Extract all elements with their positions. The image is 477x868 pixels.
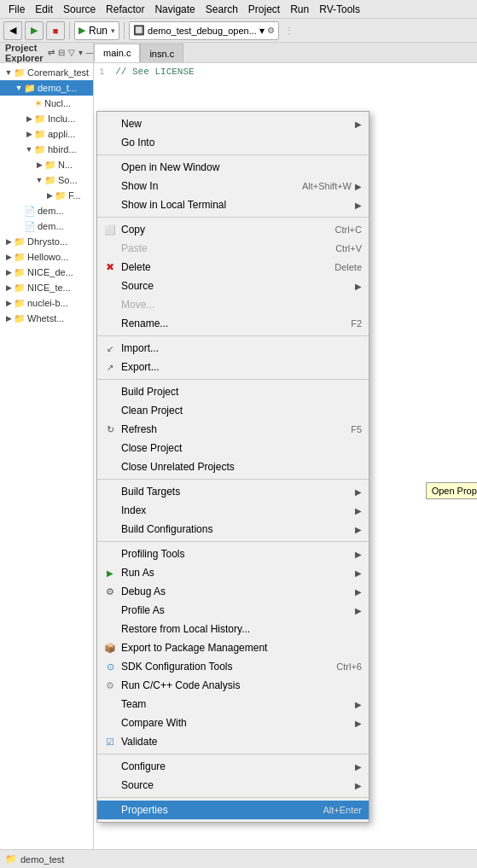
- ctx-build-configs[interactable]: Build Configurations ▶: [97, 520, 369, 539]
- ctx-build-configs-label: Build Configurations: [121, 523, 352, 535]
- ctx-new-label: New: [121, 118, 352, 130]
- ctx-clean-project[interactable]: Clean Project: [97, 401, 369, 420]
- debug-as-icon: ⚙: [102, 586, 118, 597]
- tree-item-hbird[interactable]: ▼ 📁 hbird...: [0, 142, 93, 157]
- ctx-export[interactable]: ↗ Export...: [97, 358, 369, 376]
- tree-item-dem1[interactable]: 📄 dem...: [0, 203, 93, 218]
- tree-label: F...: [68, 190, 81, 201]
- tree-item-nuclei-b[interactable]: ▶ 📁 nuclei-b...: [0, 295, 93, 311]
- ctx-refresh[interactable]: ↻ Refresh F5: [97, 420, 369, 439]
- ctx-restore-local[interactable]: Restore from Local History...: [97, 620, 369, 638]
- ctx-sdk-config[interactable]: ⊙ SDK Configuration Tools Ctrl+6: [97, 657, 369, 676]
- tree-item-nice-te[interactable]: ▶ 📁 NICE_te...: [0, 280, 93, 295]
- tree-item-f[interactable]: ▶ 📁 F...: [0, 188, 93, 203]
- ctx-delete[interactable]: ✖ Delete Delete: [97, 258, 369, 277]
- ctx-show-in[interactable]: Show In Alt+Shift+W ▶: [97, 177, 369, 195]
- tree-item-coremark[interactable]: ▼ 📁 Coremark_test: [0, 65, 93, 80]
- menu-file[interactable]: File: [3, 2, 30, 17]
- tree-arrow: ▶: [24, 114, 34, 123]
- tree-item-nice-de[interactable]: ▶ 📁 NICE_de...: [0, 265, 93, 280]
- toolbar: ◀ ▶ ■ ▶ Run ▾ 🔲 demo_test_debug_open... …: [0, 19, 477, 43]
- tree-item-dhrysto[interactable]: ▶ 📁 Dhrysto...: [0, 234, 93, 249]
- tree-arrow: ▶: [3, 268, 14, 277]
- tree-item-so[interactable]: ▼ 📁 So...: [0, 172, 93, 188]
- menu-refactor[interactable]: Refactor: [101, 2, 149, 17]
- tree-item-whetst[interactable]: ▶ 📁 Whetst...: [0, 311, 93, 326]
- tab-insn-c[interactable]: insn.c: [140, 44, 183, 62]
- menu-navigate[interactable]: Navigate: [149, 2, 200, 17]
- config-combo[interactable]: 🔲 demo_test_debug_open... ▾ ⚙: [129, 21, 279, 40]
- ctx-compare-with[interactable]: Compare With ▶: [97, 714, 369, 732]
- ctx-build-targets[interactable]: Build Targets ▶ Open Properties Dialog: [97, 482, 369, 501]
- menu-edit[interactable]: Edit: [30, 2, 58, 17]
- tree-label: So...: [58, 175, 78, 185]
- ctx-sdk-config-shortcut: Ctrl+6: [336, 661, 362, 672]
- ctx-source2[interactable]: Source ▶: [97, 776, 369, 795]
- ctx-new-arrow: ▶: [355, 119, 362, 129]
- ctx-validate[interactable]: ☑ Validate: [97, 732, 369, 751]
- menu-icon[interactable]: ▾: [78, 47, 84, 58]
- ctx-build-project[interactable]: Build Project: [97, 382, 369, 401]
- ctx-validate-label: Validate: [121, 736, 362, 748]
- tree-arrow: ▶: [3, 283, 14, 292]
- folder-icon: 📁: [34, 129, 46, 140]
- ctx-export-package[interactable]: 📦 Export to Package Management: [97, 638, 369, 657]
- ctx-run-as[interactable]: ▶ Run As ▶: [97, 563, 369, 582]
- ctx-go-into[interactable]: Go Into: [97, 133, 369, 152]
- ctx-copy[interactable]: ⬜ Copy Ctrl+C: [97, 220, 369, 239]
- ctx-sep-6: [97, 541, 369, 542]
- back-button[interactable]: ◀: [3, 21, 22, 40]
- tree-label: N...: [58, 160, 73, 170]
- tree-item-nucl[interactable]: ☀ Nucl...: [0, 96, 93, 111]
- minimize-icon[interactable]: —: [85, 47, 94, 58]
- tree-item-dem2[interactable]: 📄 dem...: [0, 218, 93, 234]
- menu-project[interactable]: Project: [243, 2, 285, 17]
- ctx-delete-label: Delete: [121, 261, 317, 273]
- validate-icon: ☑: [102, 737, 118, 748]
- run-button[interactable]: ▶: [25, 21, 44, 40]
- ctx-debug-as[interactable]: ⚙ Debug As ▶: [97, 582, 369, 601]
- ctx-source[interactable]: Source ▶: [97, 277, 369, 295]
- ctx-profile-as-arrow: ▶: [355, 606, 362, 615]
- ctx-profiling-tools[interactable]: Profiling Tools ▶: [97, 545, 369, 563]
- tree-item-inclu[interactable]: ▶ 📁 Inclu...: [0, 111, 93, 126]
- filter-icon[interactable]: ▽: [67, 47, 76, 58]
- stop-button[interactable]: ■: [46, 21, 65, 40]
- tree-item-hellowo[interactable]: ▶ 📁 Hellowo...: [0, 249, 93, 265]
- collapse-icon[interactable]: ⊟: [57, 47, 66, 58]
- ctx-show-local[interactable]: Show in Local Terminal ▶: [97, 195, 369, 214]
- ctx-copy-shortcut: Ctrl+C: [335, 224, 362, 235]
- tree-item-demo[interactable]: ▼ 📁 demo_t...: [0, 80, 93, 96]
- tree-item-appli[interactable]: ▶ 📁 appli...: [0, 126, 93, 142]
- tree-arrow: ▶: [3, 253, 14, 261]
- ctx-import[interactable]: ↙ Import...: [97, 339, 369, 358]
- ctx-close-project[interactable]: Close Project: [97, 439, 369, 457]
- menu-search[interactable]: Search: [201, 2, 243, 17]
- ctx-profile-as[interactable]: Profile As ▶: [97, 601, 369, 620]
- ctx-properties[interactable]: Properties Alt+Enter: [97, 801, 369, 819]
- tree-label: NICE_te...: [27, 283, 71, 293]
- code-line-1: // See LICENSE: [115, 67, 194, 77]
- sync-icon[interactable]: ⇄: [47, 47, 55, 58]
- ctx-open-new-window[interactable]: Open in New Window: [97, 158, 369, 177]
- ctx-new[interactable]: New ▶: [97, 114, 369, 133]
- ctx-team[interactable]: Team ▶: [97, 695, 369, 714]
- toolbar-overflow[interactable]: ⋮: [285, 26, 294, 35]
- ctx-configure-label: Configure: [121, 760, 352, 772]
- ctx-configure[interactable]: Configure ▶: [97, 757, 369, 776]
- menu-source[interactable]: Source: [58, 2, 101, 17]
- menu-rvtools[interactable]: RV-Tools: [314, 2, 365, 17]
- tab-main-c[interactable]: main.c: [94, 44, 140, 62]
- ctx-index[interactable]: Index ▶: [97, 501, 369, 520]
- run-as-icon: ▶: [102, 568, 118, 578]
- menu-run[interactable]: Run: [285, 2, 314, 17]
- ctx-close-unrelated[interactable]: Close Unrelated Projects: [97, 457, 369, 476]
- tree-label: NICE_de...: [27, 267, 73, 277]
- folder-icon: ☀: [34, 98, 43, 109]
- ctx-rename[interactable]: Rename... F2: [97, 314, 369, 333]
- tree-item-n[interactable]: ▶ 📁 N...: [0, 157, 93, 172]
- ctx-copy-label: Copy: [121, 224, 318, 236]
- run-config-combo[interactable]: ▶ Run ▾: [74, 21, 119, 40]
- ctx-run-analysis[interactable]: ⚙ Run C/C++ Code Analysis: [97, 676, 369, 695]
- ctx-sep-2: [97, 217, 369, 218]
